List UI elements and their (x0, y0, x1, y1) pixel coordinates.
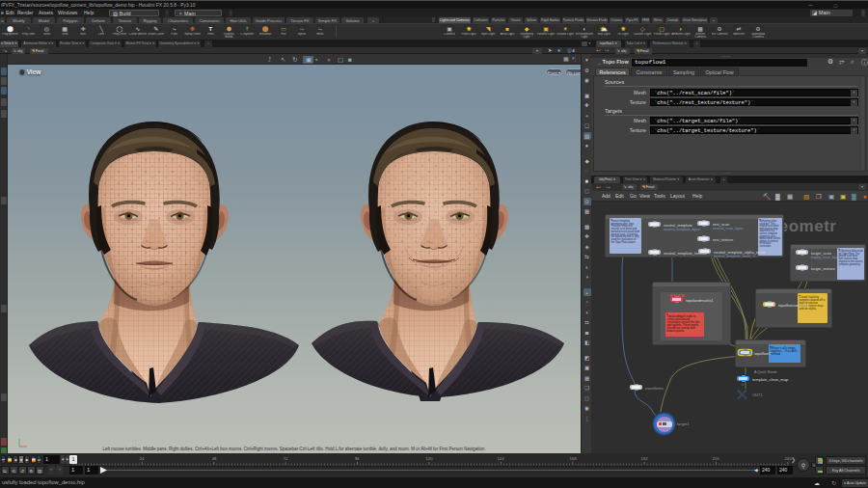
svg-text:168: 168 (570, 456, 578, 461)
svg-text:72: 72 (284, 456, 288, 461)
svg-text:192: 192 (641, 456, 649, 461)
svg-text:144: 144 (498, 456, 505, 461)
svg-text:120: 120 (426, 456, 434, 461)
svg-text:96: 96 (355, 456, 360, 461)
svg-text:216: 216 (713, 456, 720, 461)
svg-text:48: 48 (212, 456, 217, 461)
svg-text:24: 24 (140, 456, 145, 461)
